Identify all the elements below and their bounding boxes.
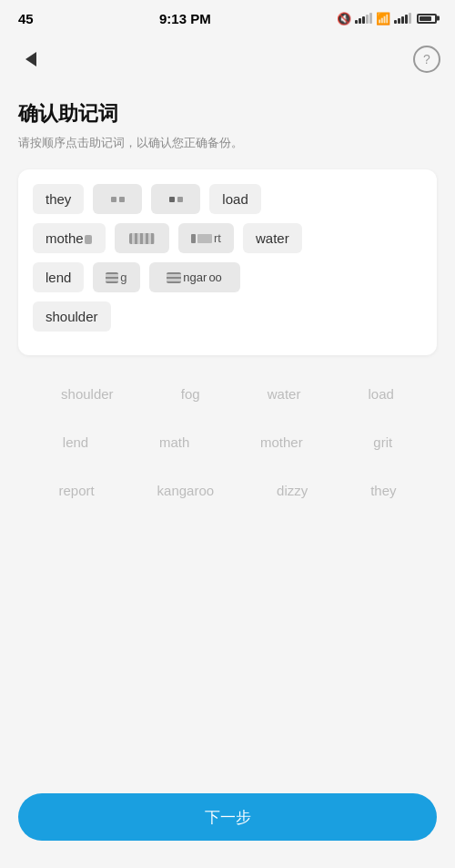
status-left: 45 bbox=[18, 11, 34, 26]
status-time: 9:13 PM bbox=[159, 11, 211, 26]
chip-mother[interactable]: mothe bbox=[33, 223, 106, 253]
chip-lend[interactable]: lend bbox=[33, 262, 84, 292]
signal-icon-2 bbox=[394, 13, 411, 24]
signal-icon bbox=[355, 13, 372, 24]
word-they[interactable]: they bbox=[363, 479, 403, 502]
status-bar: 45 9:13 PM 🔇 📶 bbox=[0, 0, 455, 36]
page-title: 确认助记词 bbox=[18, 100, 437, 128]
wifi-icon: 📶 bbox=[376, 12, 390, 26]
chip-shoulder[interactable]: shoulder bbox=[33, 301, 111, 332]
word-mother[interactable]: mother bbox=[253, 431, 310, 454]
word-grit[interactable]: grit bbox=[366, 431, 399, 454]
word-kangaroo[interactable]: kangaroo bbox=[150, 479, 222, 502]
chip-they[interactable]: they bbox=[33, 184, 84, 214]
page-subtitle: 请按顺序点击助记词，以确认您正确备份。 bbox=[18, 135, 437, 151]
word-lend[interactable]: lend bbox=[56, 431, 96, 454]
battery-icon bbox=[417, 14, 437, 24]
chip-blurred-3[interactable] bbox=[115, 223, 169, 253]
chip-kangaroo-blurred[interactable]: ngar oo bbox=[149, 262, 240, 292]
selected-row-4: shoulder bbox=[33, 301, 422, 332]
selected-words-box: they load mothe rt water bbox=[18, 169, 437, 355]
chip-blurred-1[interactable] bbox=[93, 184, 142, 214]
available-row-3: report kangaroo dizzy they bbox=[27, 479, 428, 502]
word-water[interactable]: water bbox=[260, 383, 308, 405]
chip-load[interactable]: load bbox=[209, 184, 260, 214]
next-button[interactable]: 下一步 bbox=[18, 793, 437, 841]
word-fog[interactable]: fog bbox=[174, 383, 207, 405]
next-button-label: 下一步 bbox=[205, 807, 251, 828]
word-shoulder[interactable]: shoulder bbox=[54, 383, 121, 405]
chip-blurred-4[interactable]: rt bbox=[178, 223, 234, 253]
mute-icon: 🔇 bbox=[337, 12, 351, 26]
page-content: 确认助记词 请按顺序点击助记词，以确认您正确备份。 they load moth… bbox=[0, 82, 455, 502]
back-button[interactable] bbox=[15, 43, 47, 76]
word-load[interactable]: load bbox=[361, 383, 401, 405]
nav-bar: ? bbox=[0, 36, 455, 82]
chip-water[interactable]: water bbox=[243, 223, 302, 253]
chip-blurred-2[interactable] bbox=[151, 184, 200, 214]
word-report[interactable]: report bbox=[51, 479, 101, 502]
word-math[interactable]: math bbox=[152, 431, 197, 454]
selected-row-1: they load bbox=[33, 184, 422, 214]
selected-row-2: mothe rt water bbox=[33, 223, 422, 253]
selected-row-3: lend g ngar oo bbox=[33, 262, 422, 292]
available-words-area: shoulder fog water load lend math mother… bbox=[18, 383, 437, 502]
available-row-1: shoulder fog water load bbox=[27, 383, 428, 405]
status-right: 🔇 📶 bbox=[337, 12, 437, 26]
help-button[interactable]: ? bbox=[413, 46, 440, 73]
word-dizzy[interactable]: dizzy bbox=[269, 479, 315, 502]
chip-fog-blurred[interactable]: g bbox=[93, 262, 139, 292]
help-icon: ? bbox=[423, 52, 430, 66]
back-arrow-icon bbox=[25, 52, 36, 66]
available-row-2: lend math mother grit bbox=[27, 431, 428, 454]
